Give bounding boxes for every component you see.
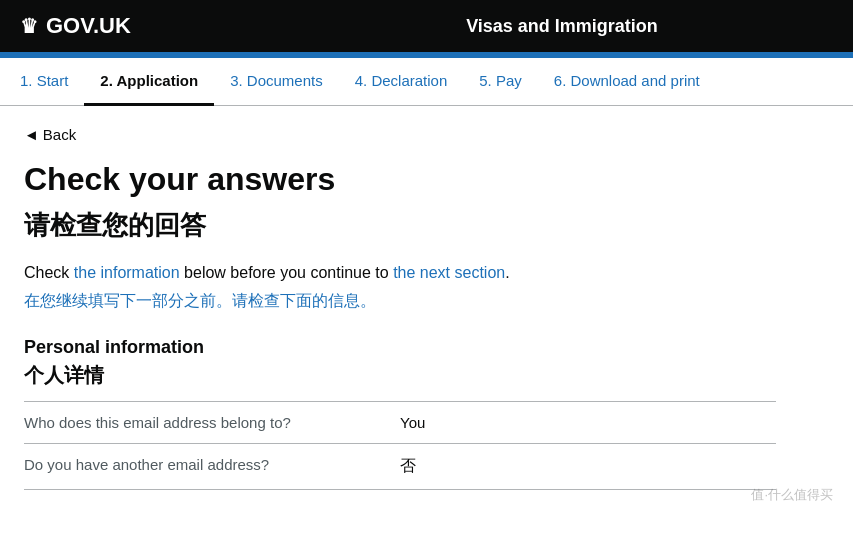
main-content: ◄ Back Check your answers 请检查您的回答 Check … [0,106,800,510]
question-2: Do you have another email address? [24,456,400,473]
desc-zh-text: 在您继续填写下一部分之前。请检查下面的信息。 [24,292,376,309]
page-title-chinese: 请检查您的回答 [24,208,776,243]
desc-middle: below before you continue to [180,264,393,281]
table-row: Do you have another email address? 否 [24,444,776,490]
question-1: Who does this email address belong to? [24,414,400,431]
crown-icon: ♛ [20,14,38,38]
site-header: ♛ GOV.UK Visas and Immigration [0,0,853,52]
service-name: Visas and Immigration [291,16,833,37]
answer-2: 否 [400,456,776,477]
tab-documents[interactable]: 3. Documents [214,58,339,106]
desc-end: . [505,264,509,281]
logo-text: GOV.UK [46,13,131,39]
answer-1: You [400,414,776,431]
tab-pay[interactable]: 5. Pay [463,58,538,106]
page-title-english: Check your answers [24,161,776,198]
back-label: Back [43,126,76,143]
back-arrow-icon: ◄ [24,126,39,143]
desc-link1[interactable]: the information [74,264,180,281]
section-title-chinese: 个人详情 [24,362,776,389]
section-title-english: Personal information [24,337,776,358]
desc-before: Check [24,264,74,281]
info-table: Who does this email address belong to? Y… [24,401,776,490]
tab-download[interactable]: 6. Download and print [538,58,716,106]
desc-link2[interactable]: the next section [393,264,505,281]
description-english: Check the information below before you c… [24,261,776,285]
tab-application[interactable]: 2. Application [84,58,214,106]
tab-declaration[interactable]: 4. Declaration [339,58,464,106]
tab-start[interactable]: 1. Start [20,58,84,106]
table-row: Who does this email address belong to? Y… [24,402,776,444]
step-nav: 1. Start 2. Application 3. Documents 4. … [0,58,853,106]
description-chinese: 在您继续填写下一部分之前。请检查下面的信息。 [24,289,776,313]
back-link[interactable]: ◄ Back [24,126,76,143]
gov-logo: ♛ GOV.UK [20,13,291,39]
